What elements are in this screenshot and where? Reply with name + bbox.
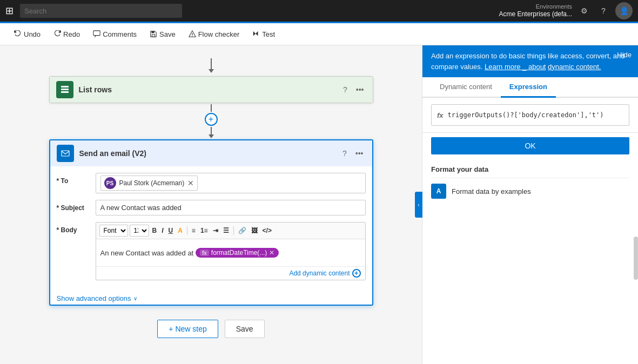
settings-icon[interactable]: ⚙ <box>576 3 592 18</box>
email-icon <box>57 145 74 162</box>
conn-line-2 <box>211 127 212 134</box>
italic-button[interactable]: I <box>160 225 165 237</box>
comments-button[interactable]: Comments <box>88 24 142 44</box>
list-rows-help-button[interactable]: ? <box>341 84 350 95</box>
email-card-header[interactable]: Send an email (V2) ? ••• <box>50 140 372 166</box>
toolbar-separator-2 <box>233 226 234 235</box>
svg-rect-6 <box>61 89 69 90</box>
main-canvas: List rows ? ••• + Send an email (V2) <box>0 45 638 364</box>
image-button[interactable]: 🖼 <box>250 225 259 237</box>
body-field-row: * Body Font 12 B I <box>57 222 366 280</box>
highlight-button[interactable]: A <box>176 225 184 237</box>
svg-rect-5 <box>61 86 69 87</box>
tab-dynamic-content[interactable]: Dynamic content <box>431 77 501 98</box>
format-item-label: Format data by examples <box>452 187 531 196</box>
ok-button[interactable]: OK <box>431 137 629 154</box>
list-rows-header[interactable]: List rows ? ••• <box>50 77 373 103</box>
dynamic-content-link[interactable]: dynamic content. <box>548 63 601 71</box>
format-data-title: Format your data <box>431 165 629 178</box>
fx-badge: fx <box>200 250 209 256</box>
avatar[interactable]: 👤 <box>615 2 633 19</box>
flow-area: List rows ? ••• + Send an email (V2) <box>0 45 422 364</box>
body-field-content: Font 12 B I U A ≡ <box>96 222 366 280</box>
body-content[interactable]: An new Contact was added at fx formatDat… <box>96 239 365 266</box>
panel-scrollbar[interactable] <box>634 237 638 280</box>
panel-collapse-button[interactable]: ‹ <box>415 192 422 218</box>
undo-button[interactable]: Undo <box>9 24 46 44</box>
code-button[interactable]: </> <box>261 225 273 237</box>
to-input[interactable]: PS Paul Stork (Acmeman) ✕ <box>96 173 366 193</box>
bullet-list-button[interactable]: ≡ <box>190 225 197 237</box>
new-step-button[interactable]: + New step <box>157 320 218 338</box>
link-button[interactable]: 🔗 <box>237 225 248 237</box>
app-logo: ⊞ <box>5 5 14 17</box>
number-list-button[interactable]: 1≡ <box>199 225 210 237</box>
list-rows-card[interactable]: List rows ? ••• <box>49 76 373 103</box>
format-item-icon: A <box>431 184 446 199</box>
subject-label: * Subject <box>57 200 89 212</box>
expression-label: formatDateTime(...) <box>211 249 267 257</box>
conn-line-1 <box>211 104 212 112</box>
subject-field-row: * Subject <box>57 200 366 215</box>
fx-label: fx <box>437 111 444 119</box>
tag-remove-button[interactable]: ✕ <box>187 179 194 187</box>
add-dynamic-button[interactable]: Add dynamic content + <box>289 269 360 278</box>
arrow-down-icon <box>209 69 214 73</box>
list-rows-icon <box>56 81 73 98</box>
expression-token[interactable]: fx formatDateTime(...) ✕ <box>196 248 279 258</box>
person-name: Paul Stork (Acmeman) <box>119 179 185 187</box>
subject-field-content <box>96 200 366 215</box>
advanced-options-toggle[interactable]: Show advanced options ∨ <box>50 289 372 305</box>
connector-with-add: + <box>205 104 218 138</box>
email-card[interactable]: Send an email (V2) ? ••• * To PS <box>49 139 373 306</box>
size-select[interactable]: 12 <box>130 225 149 237</box>
to-field-row: * To PS Paul Stork (Acmeman) ✕ <box>57 173 366 193</box>
expression-input-box[interactable]: fx triggerOutputs()?['body/createdon'],'… <box>431 104 629 126</box>
save-flow-button[interactable]: Save <box>225 320 265 338</box>
format-data-section: Format your data A Format data by exampl… <box>422 159 638 204</box>
expression-input-area: fx triggerOutputs()?['body/createdon'],'… <box>422 98 638 133</box>
chevron-down-icon: ∨ <box>133 295 137 301</box>
toolbar-separator <box>187 226 187 235</box>
environment-info: Environments Acme Enterprises (defa... <box>499 3 572 19</box>
svg-rect-8 <box>62 151 69 156</box>
align-button[interactable]: ☰ <box>221 225 231 237</box>
test-button[interactable]: Test <box>247 24 280 44</box>
body-editor[interactable]: Font 12 B I U A ≡ <box>96 222 366 280</box>
bold-button[interactable]: B <box>151 225 159 237</box>
svg-rect-2 <box>152 31 155 33</box>
panel-body: fx triggerOutputs()?['body/createdon'],'… <box>422 98 638 364</box>
underline-button[interactable]: U <box>167 225 175 237</box>
add-step-button[interactable]: + <box>205 113 218 126</box>
tab-expression[interactable]: Expression <box>501 77 556 98</box>
person-avatar: PS <box>104 177 116 189</box>
learn-more-link[interactable]: Learn more _ about <box>485 63 546 71</box>
email-more-button[interactable]: ••• <box>353 148 366 159</box>
search-input[interactable] <box>20 4 182 18</box>
list-rows-more-button[interactable]: ••• <box>354 84 366 95</box>
indent-button[interactable]: ⇥ <box>211 225 220 237</box>
save-button[interactable]: Save <box>144 24 181 44</box>
flow-checker-button[interactable]: Flow checker <box>183 24 245 44</box>
to-label: * To <box>57 173 89 185</box>
connector-arrow-top <box>209 58 214 73</box>
font-select[interactable]: Font <box>99 225 128 237</box>
expression-value: triggerOutputs()?['body/createdon'],'t') <box>448 111 623 119</box>
hide-panel-button[interactable]: Hide <box>617 51 632 59</box>
email-card-body: * To PS Paul Stork (Acmeman) ✕ <box>50 173 372 289</box>
panel-info-bar: Add an expression to do basic things lik… <box>422 45 638 77</box>
redo-button[interactable]: Redo <box>48 24 85 44</box>
right-panel: ‹ Add an expression to do basic things l… <box>422 45 638 364</box>
help-icon[interactable]: ? <box>596 3 611 18</box>
connector-line <box>211 58 212 69</box>
token-remove-button[interactable]: ✕ <box>269 249 274 257</box>
person-tag: PS Paul Stork (Acmeman) ✕ <box>100 176 198 191</box>
add-dynamic-row: Add dynamic content + <box>96 266 365 280</box>
svg-rect-7 <box>61 91 69 93</box>
svg-rect-0 <box>93 31 100 36</box>
advanced-options-label: Show advanced options <box>57 294 131 302</box>
subject-input[interactable] <box>96 200 366 215</box>
email-help-button[interactable]: ? <box>340 148 349 159</box>
format-data-item[interactable]: A Format data by examples <box>431 178 629 204</box>
body-text: An new Contact was added at <box>100 249 194 257</box>
